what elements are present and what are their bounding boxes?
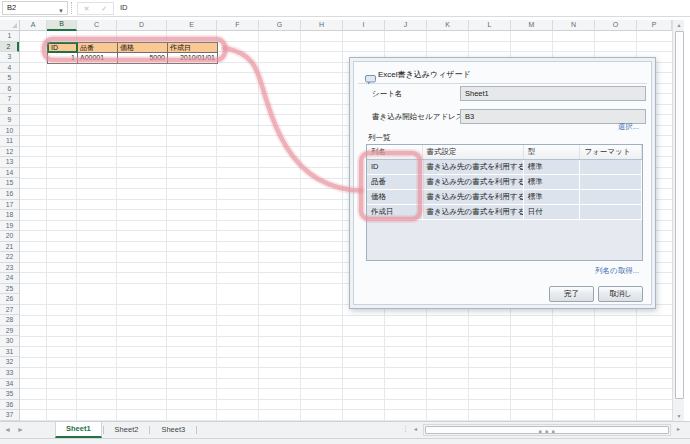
- scroll-right-icon[interactable]: ►: [676, 426, 681, 432]
- row-header-16[interactable]: 16: [0, 189, 19, 200]
- tab-nav-arrows: ◄►: [4, 426, 30, 433]
- cell-value[interactable]: A00001: [77, 52, 118, 64]
- column-header-I[interactable]: I: [343, 20, 385, 31]
- row-header-28[interactable]: 28: [0, 315, 19, 326]
- sheet-tabs: Sheet1Sheet2Sheet3: [55, 422, 198, 438]
- column-table-cell: 書き込み先の書式を利用する: [423, 175, 524, 189]
- column-header-P[interactable]: P: [637, 20, 672, 31]
- get-column-names-link[interactable]: 列名の取得...: [595, 266, 639, 276]
- row-header-24[interactable]: 24: [0, 273, 19, 284]
- row-header-33[interactable]: 33: [0, 368, 19, 379]
- row-header-17[interactable]: 17: [0, 200, 19, 211]
- column-header-D[interactable]: D: [117, 20, 167, 31]
- dialog-title: Excel書き込みウィザード: [358, 66, 647, 84]
- row-header-12[interactable]: 12: [0, 147, 19, 158]
- gridline-vertical: [342, 31, 343, 421]
- row-header-18[interactable]: 18: [0, 210, 19, 221]
- horizontal-scrollbar[interactable]: ■ ■ ■: [423, 424, 671, 436]
- cell-value[interactable]: 2010/01/01: [167, 52, 218, 64]
- sheet-name-input[interactable]: Sheet1: [460, 86, 646, 101]
- column-header-E[interactable]: E: [167, 20, 217, 31]
- row-header-35[interactable]: 35: [0, 389, 19, 400]
- column-header-L[interactable]: L: [469, 20, 511, 31]
- name-box[interactable]: B2 ▼: [2, 1, 68, 15]
- column-header-G[interactable]: G: [259, 20, 301, 31]
- sheet-tab-sheet1[interactable]: Sheet1: [55, 422, 102, 438]
- cell-value[interactable]: 5000: [117, 52, 168, 64]
- cell-header-ID[interactable]: ID: [47, 42, 78, 54]
- row-header-20[interactable]: 20: [0, 231, 19, 242]
- horizontal-scrollbar-thumb[interactable]: ■ ■ ■: [425, 426, 669, 434]
- row-header-10[interactable]: 10: [0, 126, 19, 137]
- row-header-22[interactable]: 22: [0, 252, 19, 263]
- column-table-row[interactable]: 品番書き込み先の書式を利用する標準: [367, 175, 642, 190]
- row-header-14[interactable]: 14: [0, 168, 19, 179]
- tab-nav-right-icon[interactable]: ►: [17, 426, 30, 433]
- dialog-panel: Excel書き込みウィザード シート名 Sheet1 書き込み開始セルアドレス …: [353, 61, 652, 305]
- column-header-C[interactable]: C: [77, 20, 117, 31]
- vertical-scrollbar[interactable]: ▲ ▼: [672, 20, 684, 421]
- column-table-row[interactable]: 作成日書き込み先の書式を利用する日付: [367, 205, 642, 220]
- row-header-15[interactable]: 15: [0, 178, 19, 189]
- column-header-J[interactable]: J: [385, 20, 427, 31]
- finish-button[interactable]: 完了: [549, 286, 594, 302]
- row-header-11[interactable]: 11: [0, 136, 19, 147]
- row-header-6[interactable]: 6: [0, 84, 19, 95]
- row-header-27[interactable]: 27: [0, 305, 19, 316]
- confirm-entry-icon[interactable]: ✓: [101, 5, 107, 13]
- column-table-cell: 書き込み先の書式を利用する: [423, 190, 524, 204]
- column-table-cell: [580, 190, 642, 204]
- column-table-cell: 日付: [524, 205, 581, 219]
- row-header-8[interactable]: 8: [0, 105, 19, 116]
- name-box-dropdown-icon[interactable]: ▼: [58, 5, 64, 17]
- column-headers: ABCDEFGHIJKLMNOP: [20, 20, 672, 31]
- row-header-13[interactable]: 13: [0, 157, 19, 168]
- column-header-K[interactable]: K: [427, 20, 469, 31]
- column-header-A[interactable]: A: [20, 20, 47, 31]
- row-header-21[interactable]: 21: [0, 242, 19, 253]
- scroll-up-icon[interactable]: ▲: [673, 20, 685, 30]
- row-header-26[interactable]: 26: [0, 294, 19, 305]
- column-table-row[interactable]: ID書き込み先の書式を利用する標準: [367, 160, 642, 175]
- sheet-tab-sheet3[interactable]: Sheet3: [151, 422, 195, 438]
- row-header-23[interactable]: 23: [0, 263, 19, 274]
- row-header-36[interactable]: 36: [0, 400, 19, 411]
- tab-nav-left-icon[interactable]: ◄: [4, 426, 17, 433]
- row-header-32[interactable]: 32: [0, 357, 19, 368]
- column-table-header: 型: [524, 145, 581, 159]
- row-header-5[interactable]: 5: [0, 73, 19, 84]
- row-header-9[interactable]: 9: [0, 115, 19, 126]
- row-header-3[interactable]: 3: [0, 52, 19, 63]
- row-header-29[interactable]: 29: [0, 326, 19, 337]
- select-range-link[interactable]: 選択...: [618, 122, 639, 132]
- row-header-31[interactable]: 31: [0, 347, 19, 358]
- row-header-4[interactable]: 4: [0, 63, 19, 74]
- column-header-H[interactable]: H: [301, 20, 343, 31]
- row-header-37[interactable]: 37: [0, 410, 19, 421]
- scroll-down-icon[interactable]: ▼: [673, 411, 685, 421]
- column-header-O[interactable]: O: [595, 20, 637, 31]
- column-header-N[interactable]: N: [553, 20, 595, 31]
- formula-input[interactable]: ID: [120, 3, 128, 12]
- cancel-button[interactable]: 取消し: [598, 286, 643, 302]
- row-header-30[interactable]: 30: [0, 336, 19, 347]
- column-table-cell: 価格: [367, 190, 423, 204]
- tab-scroll-splitter[interactable]: ⋮: [402, 425, 409, 433]
- column-table-row[interactable]: 価格書き込み先の書式を利用する標準: [367, 190, 642, 205]
- cell-value[interactable]: 1: [47, 52, 78, 64]
- row-header-1[interactable]: 1: [0, 31, 19, 42]
- sheet-tab-sheet2[interactable]: Sheet2: [105, 422, 149, 438]
- column-header-F[interactable]: F: [217, 20, 259, 31]
- vertical-scrollbar-thumb[interactable]: [675, 31, 684, 399]
- select-all-corner[interactable]: [0, 20, 20, 31]
- cancel-entry-icon[interactable]: ✕: [84, 5, 90, 13]
- row-header-34[interactable]: 34: [0, 379, 19, 390]
- column-table-cell: ID: [367, 160, 423, 174]
- row-header-2[interactable]: 2: [0, 42, 19, 53]
- column-header-M[interactable]: M: [511, 20, 553, 31]
- row-header-19[interactable]: 19: [0, 221, 19, 232]
- scroll-left-icon[interactable]: ◄: [413, 426, 418, 432]
- column-header-B[interactable]: B: [47, 20, 77, 31]
- row-header-25[interactable]: 25: [0, 284, 19, 295]
- row-header-7[interactable]: 7: [0, 94, 19, 105]
